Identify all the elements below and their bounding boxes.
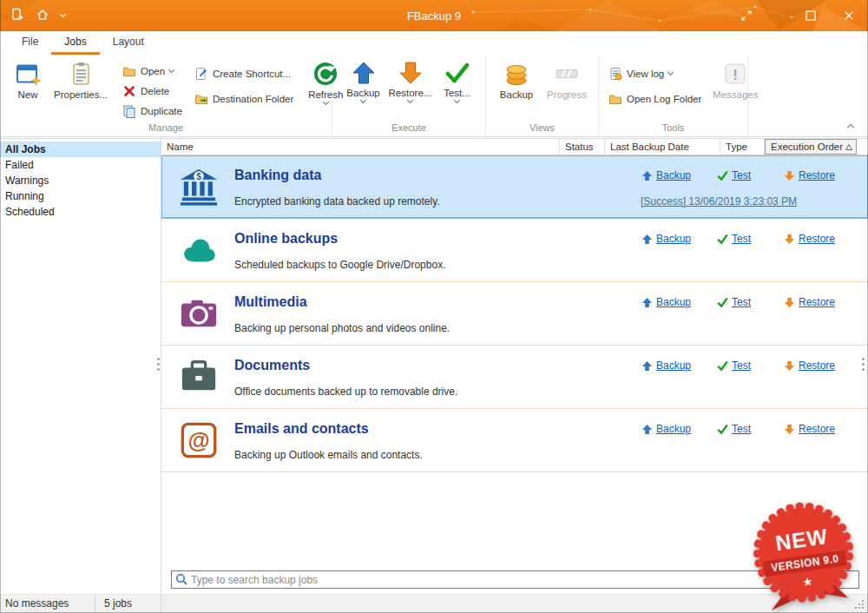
column-header-type[interactable]: Type	[720, 139, 765, 155]
tab-file[interactable]: File	[9, 31, 51, 55]
restore-link[interactable]: Restore	[784, 423, 835, 435]
sidebar-item-running[interactable]: Running	[0, 188, 161, 204]
restore-link[interactable]: Restore	[784, 296, 835, 308]
new-job-quick-icon[interactable]	[10, 8, 24, 23]
close-icon	[842, 9, 856, 23]
job-row-online-backups[interactable]: Online backups Scheduled backups to Goog…	[161, 219, 868, 282]
new-version-badge: NEW VERSION 9.0 ★	[743, 491, 865, 613]
close-button[interactable]	[830, 0, 868, 31]
delete-button[interactable]: Delete	[118, 82, 187, 100]
email-at-icon: @	[179, 420, 219, 460]
restore-link[interactable]: Restore	[784, 169, 835, 181]
sidebar-item-scheduled[interactable]: Scheduled	[0, 204, 161, 220]
sidebar-item-all-jobs[interactable]: All Jobs	[0, 142, 161, 157]
execute-restore-button[interactable]: Restore...	[388, 57, 433, 102]
chevron-down-icon	[454, 97, 460, 103]
test-link[interactable]: Test	[717, 359, 751, 372]
job-row-emails-and-contacts[interactable]: @ Emails and contacts Backing up Outlook…	[161, 409, 868, 472]
open-button[interactable]: Open	[118, 62, 187, 80]
sidebar-item-failed[interactable]: Failed	[0, 157, 161, 173]
maximize-icon	[804, 9, 818, 23]
properties-button[interactable]: Properties...	[50, 57, 111, 100]
new-button[interactable]: New	[5, 57, 50, 100]
content-area: All Jobs Failed Warnings Running Schedul…	[0, 138, 868, 594]
job-name: Emails and contacts	[234, 421, 369, 437]
destination-folder-icon	[194, 92, 208, 106]
test-link[interactable]: Test	[717, 423, 751, 435]
resize-arrows-icon[interactable]	[727, 0, 766, 31]
last-backup-status-link[interactable]: [Success] 13/06/2019 3:23:03 PM	[641, 195, 797, 208]
open-log-folder-button[interactable]: Open Log Folder	[604, 91, 706, 106]
restore-link[interactable]: Restore	[784, 233, 835, 245]
chevron-up-icon	[847, 123, 854, 130]
views-backup-button[interactable]: Backup	[494, 57, 539, 100]
backup-link[interactable]: Backup	[641, 296, 691, 308]
restore-arrow-icon	[784, 424, 795, 435]
job-description: Backing up Outlook emails and contacts.	[234, 449, 423, 461]
job-description: Backing up personal photos and videos on…	[234, 322, 450, 334]
ribbon-collapse-button[interactable]	[844, 121, 858, 131]
job-rows: $ Banking data Encrypted banking data ba…	[161, 155, 868, 472]
new-icon	[15, 61, 41, 87]
messages-button: ! Messages	[709, 57, 761, 100]
job-row-documents[interactable]: Documents Office documents backed up to …	[161, 346, 868, 409]
job-description: Office documents backed up to removable …	[234, 386, 457, 398]
chevron-down-icon	[407, 97, 413, 103]
log-folder-icon	[608, 92, 622, 106]
backup-arrow-icon	[352, 61, 376, 85]
home-icon[interactable]	[36, 8, 49, 23]
duplicate-button[interactable]: Duplicate	[118, 102, 187, 120]
create-shortcut-button[interactable]: Create Shortcut...	[190, 66, 298, 81]
test-check-icon	[717, 360, 728, 372]
column-header-status[interactable]: Status	[560, 139, 605, 155]
open-label: Open	[141, 66, 165, 76]
delete-icon	[122, 84, 136, 98]
duplicate-icon	[122, 104, 136, 118]
test-check-icon	[717, 297, 728, 308]
test-link[interactable]: Test	[717, 169, 751, 181]
backup-link[interactable]: Backup	[641, 233, 691, 245]
test-link[interactable]: Test	[717, 233, 751, 245]
test-link[interactable]: Test	[717, 296, 751, 308]
column-header-last-backup-date[interactable]: Last Backup Date	[605, 139, 720, 155]
test-check-icon	[717, 234, 728, 245]
create-shortcut-icon	[194, 67, 208, 81]
tab-jobs[interactable]: Jobs	[51, 31, 99, 55]
sidebar-splitter-handle[interactable]	[157, 358, 160, 360]
backup-coins-icon	[503, 61, 529, 87]
backup-link[interactable]: Backup	[641, 169, 691, 181]
destination-folder-button[interactable]: Destination Folder	[190, 91, 298, 106]
new-label: New	[17, 89, 37, 100]
open-log-folder-label: Open Log Folder	[627, 94, 701, 104]
chevron-down-icon	[323, 99, 329, 105]
job-row-banking-data[interactable]: $ Banking data Encrypted banking data ba…	[161, 155, 868, 219]
svg-text:$: $	[196, 172, 201, 181]
svg-text:!: !	[733, 67, 738, 83]
execute-backup-button[interactable]: Backup	[341, 57, 386, 102]
sidebar: All Jobs Failed Warnings Running Schedul…	[0, 139, 161, 594]
column-header-name[interactable]: Name	[161, 139, 560, 155]
job-row-multimedia[interactable]: Multimedia Backing up personal photos an…	[161, 282, 868, 346]
quick-access-chevron-down-icon[interactable]	[60, 11, 66, 17]
column-header-execution-order[interactable]: Execution Order	[765, 139, 857, 155]
briefcase-icon	[179, 357, 219, 397]
chevron-down-icon	[360, 97, 366, 103]
table-header: Name Status Last Backup Date Type Execut…	[161, 139, 868, 155]
job-name: Documents	[234, 358, 310, 373]
badge-star-icon: ★	[801, 575, 813, 590]
maximize-button[interactable]	[792, 0, 830, 31]
ribbon-group-execute: Backup Restore... Test... Execute	[332, 55, 486, 136]
backup-link[interactable]: Backup	[641, 423, 691, 435]
create-shortcut-label: Create Shortcut...	[213, 69, 291, 79]
execute-test-button[interactable]: Test...	[435, 57, 480, 102]
right-splitter-handle[interactable]	[862, 358, 865, 360]
test-check-icon	[445, 61, 470, 85]
messages-icon: !	[722, 61, 748, 87]
tab-layout[interactable]: Layout	[100, 31, 157, 55]
backup-link[interactable]: Backup	[641, 359, 691, 372]
view-log-button[interactable]: View log	[604, 66, 706, 81]
group-label-tools: Tools	[599, 122, 747, 136]
sidebar-item-warnings[interactable]: Warnings	[0, 173, 161, 188]
restore-link[interactable]: Restore	[784, 359, 835, 372]
chevron-down-icon	[667, 69, 674, 75]
